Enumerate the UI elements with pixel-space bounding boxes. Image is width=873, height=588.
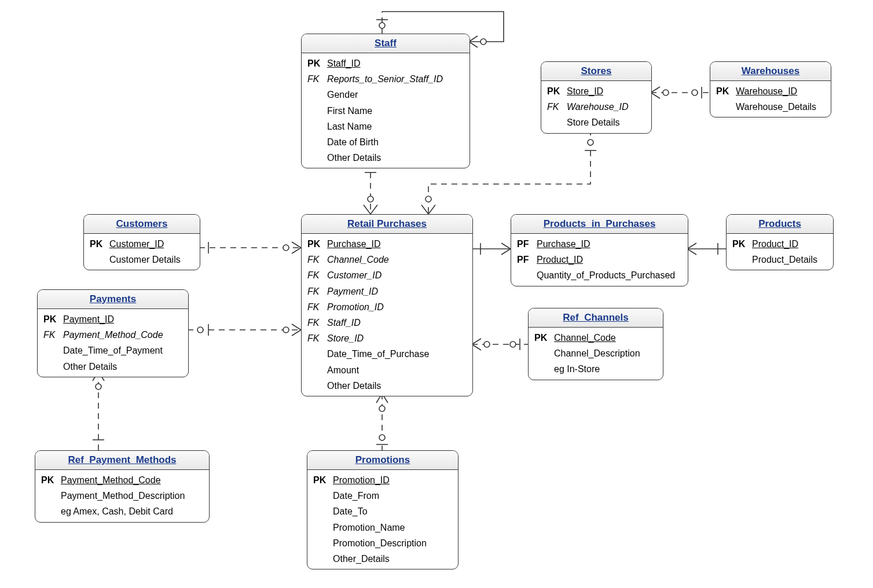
attribute-row: Date_From	[307, 488, 458, 504]
key-indicator: PF	[517, 237, 537, 251]
attribute-name: eg In-Store	[554, 362, 600, 376]
attribute-row: Other Details	[38, 359, 188, 374]
attribute-row: First Name	[302, 103, 469, 119]
attribute-row: Warehouse_Details	[710, 99, 831, 115]
attribute-row: Date_To	[307, 504, 458, 519]
attribute-name: eg Amex, Cash, Debit Card	[61, 505, 173, 518]
key-indicator: FK	[307, 72, 327, 86]
attribute-row: Amount	[302, 362, 472, 378]
entity-body: PKWarehouse_IDWarehouse_Details	[710, 81, 831, 117]
attribute-name: Other Details	[63, 360, 117, 373]
attribute-row: FKCustomer_ID	[302, 267, 472, 283]
attribute-row: PKPayment_Method_Code	[35, 472, 209, 488]
attribute-row: FKPromotion_ID	[302, 299, 472, 315]
key-indicator	[534, 362, 554, 376]
entity-title: Customers	[84, 215, 200, 234]
attribute-name: Staff_ID	[327, 316, 361, 329]
key-indicator	[43, 344, 63, 357]
entity-staff[interactable]: StaffPKStaff_IDFKReports_to_Senior_Staff…	[301, 34, 470, 168]
attribute-name: Purchase_ID	[327, 237, 381, 251]
attribute-name: Customer_ID	[109, 237, 164, 251]
key-indicator	[307, 151, 327, 164]
attribute-row: Channel_Description	[529, 346, 663, 361]
svg-point-0	[480, 39, 486, 45]
attribute-name: Payment_ID	[63, 313, 114, 326]
attribute-name: Reports_to_Senior_Staff_ID	[327, 72, 443, 86]
attribute-name: Other_Details	[333, 552, 390, 565]
rel-staff-retail	[364, 162, 377, 214]
key-indicator: PF	[517, 253, 537, 266]
attribute-row: Other Details	[302, 378, 472, 394]
key-indicator	[307, 379, 327, 392]
attribute-name: Promotion_ID	[327, 300, 384, 314]
attribute-name: First Name	[327, 104, 372, 117]
attribute-name: Quantity_of_Products_Purchased	[537, 269, 675, 282]
attribute-name: Customer_ID	[327, 269, 382, 282]
attribute-name: Payment_Method_Code	[63, 328, 163, 341]
attribute-name: Store_ID	[567, 84, 603, 98]
attribute-name: Product_Details	[752, 253, 817, 266]
entity-payments[interactable]: PaymentsPKPayment_IDFKPayment_Method_Cod…	[37, 289, 189, 377]
attribute-name: Channel_Code	[554, 331, 616, 344]
attribute-row: PKCustomer_ID	[84, 236, 200, 252]
attribute-name: Product_ID	[752, 237, 798, 251]
key-indicator: PK	[547, 84, 567, 98]
key-indicator	[90, 253, 109, 266]
entity-title: Stores	[541, 62, 651, 81]
key-indicator	[307, 363, 327, 377]
attribute-row: PKWarehouse_ID	[710, 83, 831, 99]
key-indicator: FK	[307, 269, 327, 282]
entity-ref-channels[interactable]: Ref_ChannelsPKChannel_CodeChannel_Descri…	[528, 308, 663, 380]
entity-products-in-purchases[interactable]: Products_in_PurchasesPFPurchase_IDPFProd…	[511, 214, 688, 286]
svg-point-23	[379, 406, 385, 411]
key-indicator: PK	[313, 473, 333, 487]
svg-point-15	[197, 327, 203, 333]
attribute-name: Payment_Method_Code	[61, 473, 161, 487]
attribute-row: Other Details	[302, 150, 469, 166]
entity-title: Warehouses	[710, 62, 831, 81]
entity-ref-payment-methods[interactable]: Ref_Payment_MethodsPKPayment_Method_Code…	[35, 450, 210, 523]
attribute-row: PKPromotion_ID	[307, 472, 458, 488]
entity-title: Retail Purchases	[302, 215, 472, 234]
key-indicator	[41, 505, 61, 518]
key-indicator: FK	[307, 253, 327, 266]
svg-point-17	[283, 327, 289, 333]
entity-customers[interactable]: CustomersPKCustomer_IDCustomer Details	[83, 214, 200, 270]
svg-point-19	[510, 341, 516, 347]
key-indicator	[313, 521, 333, 534]
attribute-row: FKPayment_Method_Code	[38, 327, 188, 343]
entity-promotions[interactable]: PromotionsPKPromotion_IDDate_FromDate_To…	[307, 450, 458, 569]
attribute-name: Date_Time_of_Payment	[63, 344, 163, 357]
attribute-row: Promotion_Name	[307, 520, 458, 535]
attribute-row: Gender	[302, 87, 469, 102]
svg-point-6	[588, 139, 593, 145]
entity-body: PKPurchase_IDFKChannel_CodeFKCustomer_ID…	[302, 234, 472, 396]
key-indicator	[307, 104, 327, 117]
entity-warehouses[interactable]: WarehousesPKWarehouse_IDWarehouse_Detail…	[710, 61, 831, 117]
attribute-name: Store_ID	[327, 332, 364, 345]
attribute-name: Last Name	[327, 120, 372, 133]
entity-stores[interactable]: StoresPKStore_IDFKWarehouse_IDStore Deta…	[541, 61, 652, 134]
attribute-name: Channel_Code	[327, 253, 389, 266]
attribute-name: Staff_ID	[327, 57, 361, 70]
key-indicator	[307, 347, 327, 361]
rel-customers-retail	[199, 242, 301, 253]
attribute-name: Store Details	[567, 116, 620, 129]
rel-retail-pip	[472, 243, 511, 255]
key-indicator	[547, 116, 567, 129]
attribute-name: Warehouse_Details	[736, 100, 816, 113]
entity-body: PKPayment_Method_CodePayment_Method_Desc…	[35, 470, 209, 522]
entity-retail-purchases[interactable]: Retail PurchasesPKPurchase_IDFKChannel_C…	[301, 214, 473, 396]
attribute-row: PFPurchase_ID	[511, 236, 688, 252]
key-indicator: PK	[307, 57, 327, 70]
attribute-row: FKStaff_ID	[302, 315, 472, 330]
entity-products[interactable]: ProductsPKProduct_IDProduct_Details	[726, 214, 834, 270]
svg-point-4	[692, 90, 698, 95]
attribute-row: PKStore_ID	[541, 83, 651, 99]
attribute-row: eg Amex, Cash, Debit Card	[35, 504, 209, 519]
key-indicator: PK	[534, 331, 554, 344]
attribute-name: Gender	[327, 88, 358, 101]
attribute-name: Warehouse_ID	[567, 100, 628, 113]
rel-promotions-retail	[376, 394, 388, 450]
attribute-row: Promotion_Description	[307, 535, 458, 551]
